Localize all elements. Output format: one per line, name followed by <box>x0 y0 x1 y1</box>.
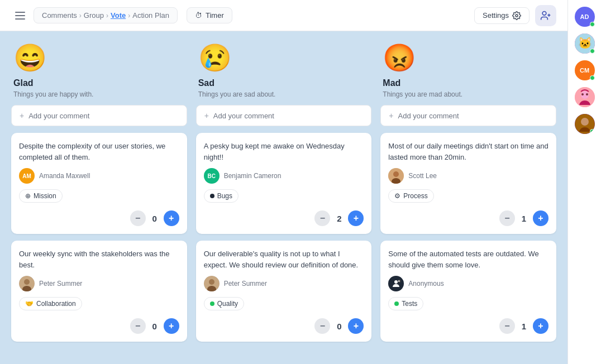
sad-card-2-avatar <box>204 276 220 291</box>
sidebar-user-cm-initials: CM <box>580 67 589 74</box>
sidebar-user-man[interactable] <box>575 114 595 134</box>
mad-card-1: Most of our daily meetings didn't start … <box>380 133 556 234</box>
header: Comments › Group › Vote › Action Plan ⏱ … <box>0 0 567 31</box>
sad-card-2-tag[interactable]: Quality <box>204 297 244 310</box>
glad-card-1-initials: AM <box>22 173 31 179</box>
svg-point-24 <box>581 93 584 95</box>
glad-subtitle: Things you are happy with. <box>13 90 93 98</box>
glad-card-2-tag[interactable]: 🤝 Collaboration <box>19 297 82 310</box>
header-right: Settings <box>474 5 556 26</box>
collaboration-icon: 🤝 <box>25 300 34 308</box>
sidebar-user-cm[interactable]: CM <box>575 60 595 80</box>
sad-card-1-tag-label: Bugs <box>217 192 232 200</box>
sidebar-user-man-online <box>590 129 595 134</box>
glad-card-2-author: Peter Summer <box>19 276 179 291</box>
sad-card-1-plus[interactable]: + <box>348 210 364 226</box>
breadcrumb-vote[interactable]: Vote <box>111 11 126 20</box>
settings-button[interactable]: Settings <box>474 7 530 24</box>
mad-card-2-footer: − 1 + <box>388 318 548 334</box>
glad-card-1-author-name: Amanda Maxwell <box>39 172 90 180</box>
add-user-button[interactable] <box>535 5 556 26</box>
sad-card-1-initials: BC <box>207 173 215 179</box>
svg-point-27 <box>581 118 589 126</box>
bugs-dot <box>210 194 214 198</box>
sad-card-1-minus[interactable]: − <box>314 210 330 226</box>
svg-rect-0 <box>15 12 25 13</box>
sad-card-2-plus[interactable]: + <box>348 318 364 334</box>
glad-card-1-author: AM Amanda Maxwell <box>19 168 179 184</box>
mad-card-2-count: 1 <box>519 322 528 331</box>
mad-card-2-minus[interactable]: − <box>499 318 515 334</box>
mad-card-1-plus[interactable]: + <box>533 210 548 226</box>
breadcrumb-sep-2: › <box>106 12 108 20</box>
sidebar: AD 🐱 CM <box>567 0 601 364</box>
sidebar-user-ad-initials: AD <box>580 13 589 20</box>
board: 😄 Glad Things you are happy with. + Add … <box>0 31 567 364</box>
glad-add-label: Add your comment <box>28 112 89 120</box>
glad-card-1-tag[interactable]: ⊕ Mission <box>19 189 63 203</box>
svg-point-14 <box>393 171 399 177</box>
mad-card-2: Some of the automated tests are outdated… <box>380 241 556 342</box>
svg-point-4 <box>542 11 546 15</box>
timer-button[interactable]: ⏱ Timer <box>187 7 232 23</box>
mission-icon: ⊕ <box>25 192 31 200</box>
sad-card-2-author-name: Peter Summer <box>224 280 267 288</box>
glad-card-1-plus[interactable]: + <box>164 210 179 226</box>
sad-card-2: Our deliverable's quality is not up to w… <box>196 241 372 342</box>
timer-label: Timer <box>206 11 224 20</box>
glad-card-1-text: Despite the complexity of our user stori… <box>19 141 179 162</box>
glad-card-1-count: 0 <box>150 214 159 223</box>
mad-card-1-tag[interactable]: ⚙ Process <box>388 189 433 203</box>
sidebar-user-ad[interactable]: AD <box>575 7 595 27</box>
sad-add-comment[interactable]: + Add your comment <box>196 105 372 126</box>
mad-card-1-author: Scott Lee <box>388 168 548 184</box>
breadcrumb-comments[interactable]: Comments <box>42 11 77 20</box>
breadcrumb: Comments › Group › Vote › Action Plan <box>34 7 178 23</box>
svg-point-3 <box>516 15 518 17</box>
glad-add-comment[interactable]: + Add your comment <box>11 105 187 126</box>
sad-card-1-author-name: Benjamin Cameron <box>224 172 282 180</box>
glad-card-2-footer: − 0 + <box>19 318 179 334</box>
sidebar-user-cat[interactable]: 🐱 <box>575 33 595 54</box>
glad-card-2-minus[interactable]: − <box>130 318 146 334</box>
mad-card-1-author-name: Scott Lee <box>408 172 437 180</box>
sad-header: 😢 Sad Things you are sad about. <box>196 42 372 98</box>
mad-card-1-minus[interactable]: − <box>499 210 515 226</box>
mad-add-comment[interactable]: + Add your comment <box>380 105 556 126</box>
timer-icon: ⏱ <box>195 11 202 20</box>
glad-card-1-minus[interactable]: − <box>130 210 146 226</box>
quality-dot <box>210 301 214 306</box>
sad-card-2-tag-label: Quality <box>217 300 238 308</box>
sad-card-2-footer: − 0 + <box>204 318 364 334</box>
svg-rect-1 <box>15 15 25 16</box>
mad-card-1-avatar <box>388 168 404 184</box>
glad-card-1-avatar: AM <box>19 168 35 184</box>
sad-card-1: A pesky bug kept me awake on Wednesday n… <box>196 133 372 234</box>
mad-plus-icon: + <box>389 111 393 120</box>
sad-plus-icon: + <box>204 111 209 120</box>
glad-card-2-plus[interactable]: + <box>164 318 179 334</box>
mad-card-1-tag-label: Process <box>403 192 427 200</box>
svg-rect-2 <box>15 18 25 20</box>
mad-card-2-tag[interactable]: Tests <box>388 297 423 310</box>
sad-card-1-avatar: BC <box>204 168 220 184</box>
mad-subtitle: Things you are mad about. <box>383 90 462 98</box>
glad-card-2-count: 0 <box>150 322 159 331</box>
breadcrumb-group[interactable]: Group <box>84 11 104 20</box>
svg-point-8 <box>24 279 30 285</box>
mad-card-2-text: Some of the automated tests are outdated… <box>388 248 548 270</box>
sidebar-user-woman[interactable] <box>575 87 595 107</box>
sad-card-1-tag[interactable]: Bugs <box>204 189 239 203</box>
sad-card-2-minus[interactable]: − <box>314 318 330 334</box>
mad-card-2-plus[interactable]: + <box>533 318 548 334</box>
glad-card-2: Our weekly sync with the stakeholders wa… <box>11 241 187 342</box>
mad-header: 😡 Mad Things you are mad about. <box>380 42 556 98</box>
sad-add-label: Add your comment <box>213 112 274 120</box>
plus-icon: + <box>20 111 24 120</box>
glad-card-1-footer: − 0 + <box>19 210 179 226</box>
column-mad: 😡 Mad Things you are mad about. + Add yo… <box>380 42 556 353</box>
sidebar-user-cm-online <box>590 75 595 80</box>
hamburger-button[interactable] <box>11 7 29 25</box>
mad-card-2-avatar <box>388 276 404 291</box>
breadcrumb-action-plan[interactable]: Action Plan <box>132 11 169 20</box>
